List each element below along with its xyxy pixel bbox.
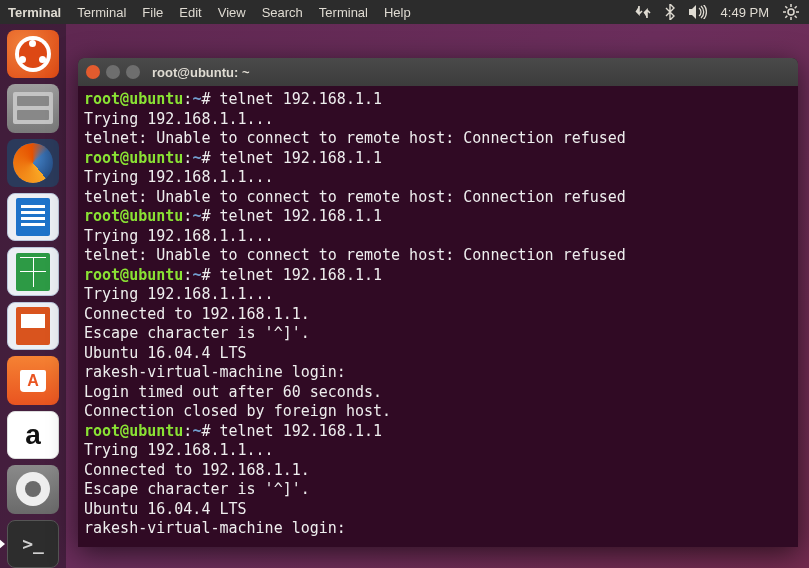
prompt-line: root@ubuntu:~# telnet 192.168.1.1 bbox=[84, 422, 792, 442]
menubar-right: 4:49 PM bbox=[635, 4, 803, 20]
prompt-line: root@ubuntu:~# telnet 192.168.1.1 bbox=[84, 90, 792, 110]
menu-search[interactable]: Search bbox=[254, 5, 311, 20]
menu-terminal-2[interactable]: Terminal bbox=[311, 5, 376, 20]
window-title: root@ubuntu: ~ bbox=[152, 65, 250, 80]
top-menubar: Terminal Terminal File Edit View Search … bbox=[0, 0, 809, 24]
window-maximize-button[interactable] bbox=[126, 65, 140, 79]
window-minimize-button[interactable] bbox=[106, 65, 120, 79]
output-line: rakesh-virtual-machine login: bbox=[84, 363, 792, 383]
menu-edit[interactable]: Edit bbox=[171, 5, 209, 20]
ubuntu-logo-icon bbox=[15, 36, 51, 72]
launcher-calc[interactable] bbox=[7, 247, 59, 295]
output-line: Trying 192.168.1.1... bbox=[84, 168, 792, 188]
launcher-impress[interactable] bbox=[7, 302, 59, 350]
output-line: Escape character is '^]'. bbox=[84, 324, 792, 344]
prompt-line: root@ubuntu:~# telnet 192.168.1.1 bbox=[84, 207, 792, 227]
terminal-window: root@ubuntu: ~ root@ubuntu:~# telnet 192… bbox=[78, 58, 798, 547]
window-titlebar[interactable]: root@ubuntu: ~ bbox=[78, 58, 798, 86]
unity-launcher: a bbox=[0, 24, 66, 568]
active-indicator-icon bbox=[0, 539, 5, 549]
launcher-files[interactable] bbox=[7, 84, 59, 132]
output-line: rakesh-virtual-machine login: bbox=[84, 519, 792, 539]
output-line: Escape character is '^]'. bbox=[84, 480, 792, 500]
settings-gear-icon[interactable] bbox=[783, 4, 799, 20]
menu-file[interactable]: File bbox=[134, 5, 171, 20]
launcher-terminal[interactable] bbox=[7, 520, 59, 568]
launcher-writer[interactable] bbox=[7, 193, 59, 241]
output-line: telnet: Unable to connect to remote host… bbox=[84, 246, 792, 266]
launcher-software[interactable] bbox=[7, 356, 59, 404]
files-icon bbox=[13, 92, 53, 124]
clock[interactable]: 4:49 PM bbox=[721, 5, 769, 20]
output-line: Connected to 192.168.1.1. bbox=[84, 461, 792, 481]
svg-point-0 bbox=[788, 9, 794, 15]
menubar-app-name: Terminal bbox=[6, 5, 69, 20]
output-line: Trying 192.168.1.1... bbox=[84, 285, 792, 305]
output-line: Ubuntu 16.04.4 LTS bbox=[84, 344, 792, 364]
output-line: telnet: Unable to connect to remote host… bbox=[84, 188, 792, 208]
calc-icon bbox=[16, 253, 50, 291]
output-line: telnet: Unable to connect to remote host… bbox=[84, 129, 792, 149]
menu-view[interactable]: View bbox=[210, 5, 254, 20]
prompt-line: root@ubuntu:~# telnet 192.168.1.1 bbox=[84, 266, 792, 286]
volume-icon[interactable] bbox=[689, 5, 707, 19]
output-line: Login timed out after 60 seconds. bbox=[84, 383, 792, 403]
launcher-dash[interactable] bbox=[7, 30, 59, 78]
gear-icon bbox=[16, 472, 50, 506]
writer-icon bbox=[16, 198, 50, 236]
launcher-firefox[interactable] bbox=[7, 139, 59, 187]
output-line: Trying 192.168.1.1... bbox=[84, 110, 792, 130]
terminal-output[interactable]: root@ubuntu:~# telnet 192.168.1.1Trying … bbox=[78, 86, 798, 547]
output-line: Trying 192.168.1.1... bbox=[84, 227, 792, 247]
output-line: Trying 192.168.1.1... bbox=[84, 441, 792, 461]
menubar-left: Terminal Terminal File Edit View Search … bbox=[6, 5, 419, 20]
launcher-settings[interactable] bbox=[7, 465, 59, 513]
window-close-button[interactable] bbox=[86, 65, 100, 79]
firefox-icon bbox=[13, 143, 53, 183]
output-line: Connection closed by foreign host. bbox=[84, 402, 792, 422]
menu-terminal[interactable]: Terminal bbox=[69, 5, 134, 20]
bluetooth-icon[interactable] bbox=[665, 4, 675, 20]
prompt-line: root@ubuntu:~# telnet 192.168.1.1 bbox=[84, 149, 792, 169]
menu-help[interactable]: Help bbox=[376, 5, 419, 20]
network-icon[interactable] bbox=[635, 5, 651, 19]
software-center-icon bbox=[20, 370, 46, 392]
impress-icon bbox=[16, 307, 50, 345]
amazon-icon: a bbox=[25, 419, 41, 451]
output-line: Connected to 192.168.1.1. bbox=[84, 305, 792, 325]
output-line: Ubuntu 16.04.4 LTS bbox=[84, 500, 792, 520]
launcher-amazon[interactable]: a bbox=[7, 411, 59, 459]
